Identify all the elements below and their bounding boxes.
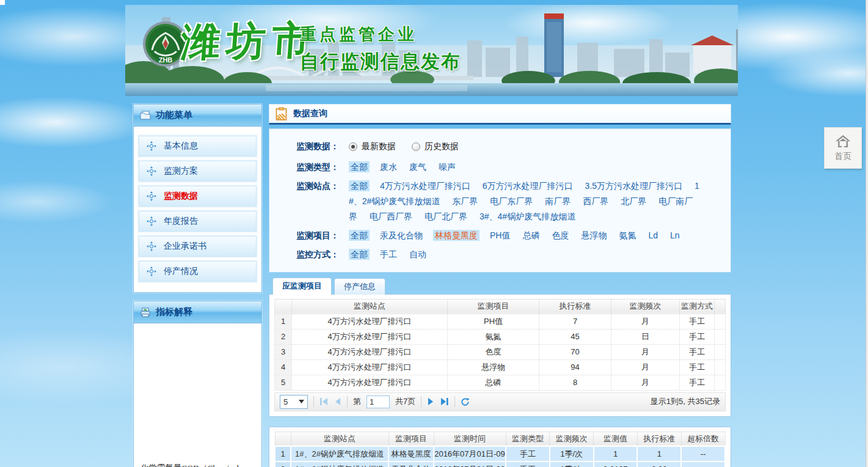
sidebar-item-企业承诺书[interactable]: 企业承诺书 [139,236,257,257]
radio-icon[interactable] [349,142,357,151]
column-header: 监测站点 [292,299,448,314]
radio-option-历史数据[interactable]: 历史数据 [412,139,459,154]
sidebar-item-label: 监测数据 [164,191,198,202]
compass-icon [147,191,156,201]
table-cell: 1季/次 [550,461,594,467]
filter-link-总磷[interactable]: 总磷 [520,230,541,241]
radio-icon[interactable] [412,142,420,151]
pagination-bar: 5 第 共7页 显示1到5, 共 [274,392,726,411]
column-header: 执行标准 [637,432,681,446]
filter-link-色度[interactable]: 色度 [550,230,571,241]
tab-monitoring-items[interactable]: 应监测项目 [272,278,332,295]
table-row: 11#、2#锅炉废气排放烟道林格曼黑度2016年07月01日-09手工1季/次1… [275,446,725,461]
sidebar-item-label: 年度报告 [164,216,198,227]
table-cell: 2016年07月01日-09 [434,461,506,467]
table-row: 21#、2#锅炉废气排放烟道汞及化合物2016年07月01日-09手工1季/次0… [275,461,725,467]
browser-scrollbar[interactable] [866,0,868,467]
filter-link-全部[interactable]: 全部 [349,230,370,241]
sidebar-item-监测数据[interactable]: 监测数据 [139,186,257,207]
page-size-select[interactable]: 5 [280,395,308,409]
filter-link-氨氮[interactable]: 氨氮 [617,230,638,241]
filter-link-电厂北厂界[interactable]: 电厂北厂界 [423,211,469,222]
sidebar-item-年度报告[interactable]: 年度报告 [139,211,257,232]
filter-link-南厂界[interactable]: 南厂界 [543,196,572,207]
table-cell-empty [715,329,726,344]
page-number-input[interactable] [367,395,390,408]
filter-link-汞及化合物[interactable]: 汞及化合物 [378,230,425,241]
function-menu-header: 功能菜单 [134,105,261,127]
filter-row-monitor-method: 监控方式： 全部手工自动 [296,247,722,262]
filter-link-全部[interactable]: 全部 [349,180,370,191]
table-cell: 月 [611,375,680,390]
filter-link-3#、4#锅炉废气排放烟道[interactable]: 3#、4#锅炉废气排放烟道 [478,211,577,222]
banner-city-title: 潍坊市 [180,13,319,69]
filter-options-monitor-item: 全部汞及化合物林格曼黑度PH值总磷色度悬浮物氨氮LdLn [349,228,711,243]
filter-link-电厂东厂界[interactable]: 电厂东厂界 [488,196,534,207]
table-cell: 0.03 [637,461,681,467]
row-number: 3 [275,344,292,359]
column-header-empty [275,432,291,446]
column-header: 监测值 [594,432,638,446]
filter-panel: 监测数据： 最新数据历史数据 监测类型： 全部废水废气噪声 监测站点： 全部4万… [269,128,731,273]
radio-label: 最新数据 [362,139,396,154]
table-cell: 1#、2#锅炉废气排放烟道 [291,461,388,467]
sidebar-item-停产情况[interactable]: 停产情况 [139,261,257,282]
table-cell: -- [681,446,725,461]
filter-label: 监测站点： [296,178,349,224]
sidebar-item-基本信息[interactable]: 基本信息 [139,136,257,156]
column-header: 监测站点 [291,432,388,446]
printer-icon [140,307,151,317]
table-cell-empty [715,359,726,375]
first-page-button[interactable] [319,397,329,406]
table-row: 54万方污水处理厂排污口总磷8月手工 [275,375,726,390]
refresh-button[interactable] [461,397,470,406]
filter-link-东厂界[interactable]: 东厂界 [450,196,480,207]
filter-link-林格曼黑度[interactable]: 林格曼黑度 [433,230,480,241]
banner-subtitle-bottom: 自行监测信息发布 [300,49,461,75]
sidebar-item-label: 企业承诺书 [164,241,206,252]
filter-link-北厂界[interactable]: 北厂界 [619,196,648,207]
last-page-button[interactable] [440,397,449,406]
table-cell: 手工 [680,314,715,329]
home-button-label: 首页 [834,151,852,162]
filter-link-废气[interactable]: 废气 [407,161,428,172]
table-cell: 1 [594,446,638,461]
filter-link-废水[interactable]: 废水 [378,161,399,172]
filter-link-手工[interactable]: 手工 [378,249,399,260]
filter-link-噪声[interactable]: 噪声 [437,161,458,172]
table-cell: 悬浮物 [448,359,539,375]
tab-shutdown-info[interactable]: 停产信息 [334,278,385,295]
next-page-button[interactable] [427,397,434,406]
filter-link-全部[interactable]: 全部 [349,249,370,260]
filter-link-6万方污水处理厂排污口[interactable]: 6万方污水处理厂排污口 [481,180,575,191]
column-header: 监测频次 [611,299,680,314]
filter-link-PH值[interactable]: PH值 [488,230,512,241]
prev-page-button[interactable] [334,397,341,406]
row-number: 1 [275,314,292,329]
filter-link-西厂界[interactable]: 西厂界 [581,196,610,207]
filter-link-电厂西厂界[interactable]: 电厂西厂界 [368,211,414,222]
filter-link-3.5万方污水处理厂排污口[interactable]: 3.5万方污水处理厂排污口 [583,180,684,191]
table-cell: 手工 [506,461,550,467]
table-body: 11#、2#锅炉废气排放烟道林格曼黑度2016年07月01日-09手工1季/次1… [275,446,725,467]
filter-link-Ln[interactable]: Ln [668,230,682,241]
sidebar-item-监测方案[interactable]: 监测方案 [139,161,257,182]
table-cell: 8 [539,375,611,390]
table-body: 14万方污水处理厂排污口PH值7月手工24万方污水处理厂排污口氨氮45日手工34… [275,314,726,390]
filter-link-悬浮物[interactable]: 悬浮物 [579,230,608,241]
table-cell: 4万方污水处理厂排污口 [292,344,448,359]
results-table: 监测站点监测项目监测时间监测类型监测频次监测值执行标准超标倍数 11#、2#锅炉… [274,432,726,467]
filter-link-4万方污水处理厂排污口[interactable]: 4万方污水处理厂排污口 [378,180,472,191]
row-number: 2 [275,461,291,467]
clipboard-icon [275,107,287,120]
column-header: 监测频次 [550,432,594,446]
filter-link-Ld[interactable]: Ld [646,230,660,241]
row-number: 1 [275,446,291,461]
filter-link-自动[interactable]: 自动 [407,249,428,260]
radio-option-最新数据[interactable]: 最新数据 [349,139,396,154]
indicator-title: 指标解释 [156,306,192,318]
home-button[interactable]: 首页 [824,127,862,169]
filter-link-全部[interactable]: 全部 [349,161,370,172]
filter-options-monitor-station: 全部4万方污水处理厂排污口6万方污水处理厂排污口3.5万方污水处理厂排污口1#、… [349,178,711,224]
table-cell: 1 [637,446,681,461]
